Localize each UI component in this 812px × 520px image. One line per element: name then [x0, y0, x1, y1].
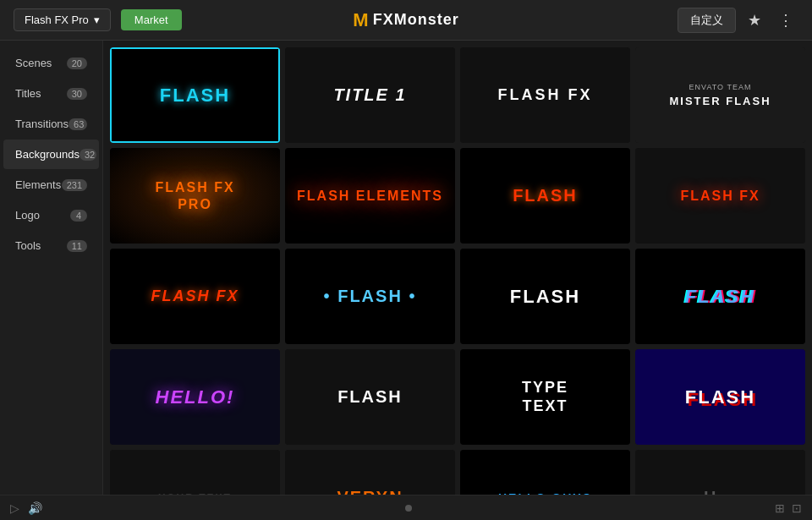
sidebar-label: Transitions	[15, 118, 69, 130]
footer: ▷ 🔊 ⊞ ⊡	[0, 495, 812, 520]
thumbnail-item[interactable]: VERYN	[285, 450, 455, 495]
thumbnail-image: FLASH	[285, 349, 455, 445]
sidebar-badge: 20	[67, 57, 87, 69]
thumbnail-image: HELLO!	[110, 349, 280, 445]
header: Flash FX Pro ▾ Market M FXMonster 自定义 ★ …	[0, 0, 812, 41]
content-area[interactable]: FLASHTITLE 1FLASH FX ENVATO TEAM MISTER …	[103, 41, 812, 495]
sidebar-label: Tools	[15, 239, 41, 252]
preset-label: Flash FX Pro	[25, 14, 89, 26]
market-tab[interactable]: Market	[121, 9, 182, 30]
thumbnail-image: HELLO GUYs	[460, 450, 630, 495]
sidebar-label: Scenes	[15, 57, 52, 69]
thumbnail-item[interactable]: H...	[635, 450, 805, 495]
preset-dropdown[interactable]: Flash FX Pro ▾	[14, 8, 111, 31]
thumbnail-item[interactable]: FLASH ELEMENTS	[285, 148, 455, 244]
thumbnail-item[interactable]: FLASH	[635, 249, 805, 344]
thumbnail-image: VERYN	[285, 450, 455, 495]
thumbnail-item[interactable]: HELLO!	[110, 349, 280, 445]
thumbnail-image: ENVATO TEAM MISTER FLASH	[635, 47, 805, 143]
header-right: 自定义 ★ ⋮	[678, 8, 798, 33]
thumbnail-item[interactable]: HELLO GUYs	[460, 450, 630, 495]
more-button[interactable]: ⋮	[773, 8, 798, 33]
logo-m-icon: M	[353, 9, 369, 31]
thumbnail-image: FLASH FX	[460, 47, 630, 143]
thumbnail-item[interactable]: FLASH	[110, 47, 280, 143]
header-left: Flash FX Pro ▾ Market	[14, 8, 182, 31]
grid-view-icon[interactable]: ⊞	[775, 501, 785, 515]
sidebar-badge: 11	[67, 240, 87, 252]
thumbnail-item[interactable]: YOUR TEXT	[110, 450, 280, 495]
customize-button[interactable]: 自定义	[678, 8, 736, 33]
sidebar-item-titles[interactable]: Titles 30	[3, 79, 99, 108]
thumbnail-item[interactable]: FLASH FX	[635, 148, 805, 244]
thumbnail-image: FLASH FX	[635, 148, 805, 244]
main-content: Scenes 20 Titles 30 Transitions 63 Backg…	[0, 41, 812, 495]
sidebar: Scenes 20 Titles 30 Transitions 63 Backg…	[0, 41, 103, 495]
play-icon[interactable]: ▷	[10, 501, 19, 515]
thumbnail-item[interactable]: FLASH	[460, 249, 630, 344]
sidebar-item-backgrounds[interactable]: Backgrounds 32	[3, 140, 99, 169]
sidebar-label: Backgrounds	[15, 148, 80, 161]
sidebar-item-elements[interactable]: Elements 231	[3, 170, 99, 200]
sidebar-badge: 4	[70, 210, 87, 222]
sidebar-badge: 63	[69, 118, 87, 130]
thumbnail-image: • FLASH •	[285, 249, 455, 344]
thumbnail-image: H...	[635, 450, 805, 495]
thumbnail-item[interactable]: FLASH FX	[460, 47, 630, 143]
thumbnail-image: FLASH	[460, 148, 630, 244]
thumbnail-image: FLASH FXPRO	[110, 148, 280, 244]
thumbnail-item[interactable]: TYPETEXT	[460, 349, 630, 445]
progress-dot	[405, 505, 412, 512]
thumbnail-image: FLASH	[635, 249, 805, 344]
sidebar-badge: 231	[62, 179, 87, 191]
thumbnail-item[interactable]: FLASH	[460, 148, 630, 244]
star-button[interactable]: ★	[743, 8, 766, 33]
layout-view-icon[interactable]: ⊡	[792, 501, 802, 515]
thumbnail-item[interactable]: FLASH FXPRO	[110, 148, 280, 244]
thumbnail-image: FLASH	[110, 47, 280, 143]
logo-text: FXMonster	[373, 11, 459, 29]
sidebar-badge: 30	[67, 88, 87, 100]
thumbnail-image: FLASH FX	[110, 249, 280, 344]
thumbnail-item[interactable]: • FLASH •	[285, 249, 455, 344]
thumbnail-image: TYPETEXT	[460, 349, 630, 445]
sidebar-label: Elements	[15, 178, 61, 191]
sidebar-item-logo[interactable]: Logo 4	[3, 200, 99, 230]
sidebar-label: Logo	[15, 209, 40, 222]
footer-right: ⊞ ⊡	[775, 501, 802, 515]
thumbnail-item[interactable]: FLASH FX	[110, 249, 280, 344]
sidebar-item-scenes[interactable]: Scenes 20	[3, 48, 99, 78]
thumbnail-item[interactable]: FLASH	[635, 349, 805, 445]
thumbnail-image: TITLE 1	[285, 47, 455, 143]
thumbnail-grid: FLASHTITLE 1FLASH FX ENVATO TEAM MISTER …	[110, 47, 805, 495]
logo: M FXMonster	[353, 9, 458, 31]
sidebar-item-transitions[interactable]: Transitions 63	[3, 109, 99, 139]
footer-left: ▷ 🔊	[10, 501, 42, 515]
chevron-down-icon: ▾	[94, 14, 100, 26]
thumbnail-item[interactable]: FLASH	[285, 349, 455, 445]
sidebar-badge: 32	[80, 149, 96, 161]
thumbnail-item[interactable]: ENVATO TEAM MISTER FLASH	[635, 47, 805, 143]
thumbnail-image: FLASH	[635, 349, 805, 445]
thumbnail-image: FLASH	[460, 249, 630, 344]
sound-icon[interactable]: 🔊	[28, 501, 42, 515]
sidebar-label: Titles	[15, 87, 41, 100]
thumbnail-item[interactable]: TITLE 1	[285, 47, 455, 143]
thumbnail-image: YOUR TEXT	[110, 450, 280, 495]
sidebar-item-tools[interactable]: Tools 11	[3, 231, 99, 260]
thumbnail-image: FLASH ELEMENTS	[285, 148, 455, 244]
